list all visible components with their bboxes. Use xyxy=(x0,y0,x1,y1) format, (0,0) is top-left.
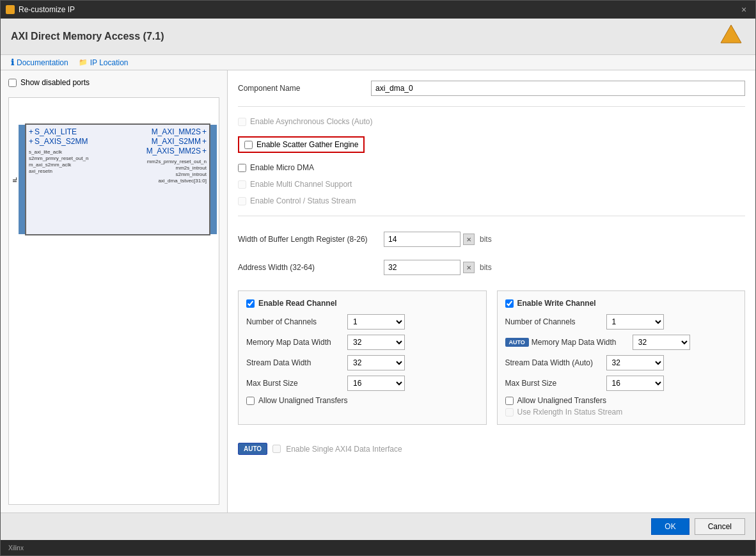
port-s2mm-introut: s2mm_introut xyxy=(146,171,207,177)
read-mem-data-width-select[interactable]: 32 64 128 256 512 1024 xyxy=(347,335,405,350)
multi-channel-checkbox[interactable] xyxy=(238,180,246,189)
read-max-burst-row: Max Burst Size 2 4 8 16 32 64 128 256 xyxy=(246,376,478,391)
port-m-axi-s2mm-aclk: m_axi_s2mm_aclk xyxy=(29,162,88,168)
address-width-label: Address Width (32-64) xyxy=(238,263,379,272)
enable-read-checkbox[interactable] xyxy=(246,299,255,308)
right-ports: M_AXI_MM2S+ M_AXI_S2MM+ M_AXIS_MM2S+ mm2… xyxy=(146,127,207,184)
info-icon: ℹ xyxy=(11,58,14,67)
port-s2mm-reset: s2mm_prmry_reset_out_n xyxy=(29,155,88,161)
port-s-axis-s2mm: +S_AXIS_S2MM xyxy=(29,137,88,146)
buffer-length-row: Width of Buffer Length Register (8-26) ✕… xyxy=(238,232,745,247)
write-mem-data-width-row: AUTO Memory Map Data Width 32 64 128 256… xyxy=(505,335,737,350)
auto-badge-large: AUTO xyxy=(238,443,267,455)
buffer-length-clear-btn[interactable]: ✕ xyxy=(463,234,475,245)
read-allow-unaligned-label[interactable]: Allow Unaligned Transfers xyxy=(258,396,347,405)
enable-write-label[interactable]: Enable Write Channel xyxy=(517,299,596,308)
vivado-footer: Xilinx xyxy=(1,540,755,555)
right-bus-bar xyxy=(210,125,217,234)
bottom-section: AUTO Enable Single AXI4 Data Interface xyxy=(238,443,745,455)
write-allow-unaligned-row: Allow Unaligned Transfers xyxy=(505,396,737,405)
divider-2 xyxy=(238,216,745,216)
write-mem-data-width-label: Memory Map Data Width xyxy=(532,338,627,347)
scatter-gather-label[interactable]: Enable Scatter Gather Engine xyxy=(256,140,358,149)
window-title: Re-customize IP xyxy=(19,5,75,14)
buffer-length-input[interactable] xyxy=(384,232,461,247)
diagram-area: +S_AXI_LITE +S_AXIS_S2MM s_axi_lite_aclk… xyxy=(8,97,219,505)
use-rxlength-row: Use Rxlength In Status Stream xyxy=(505,408,737,417)
micro-dma-checkbox[interactable] xyxy=(238,164,246,172)
ip-location-link[interactable]: 📁 IP Location xyxy=(79,58,129,67)
title-bar-left: Re-customize IP xyxy=(6,5,75,14)
component-name-row: Component Name xyxy=(238,81,745,96)
write-stream-data-width-row: Stream Data Width (Auto) 32 64 128 256 5… xyxy=(505,355,737,370)
folder-icon: 📁 xyxy=(79,58,88,67)
control-status-checkbox[interactable] xyxy=(238,197,246,205)
write-num-channels-select[interactable]: 1 2 4 8 16 xyxy=(606,314,664,330)
write-allow-unaligned-checkbox[interactable] xyxy=(505,397,514,405)
port-mm2s-reset: mm2s_prmry_reset_out_n xyxy=(146,159,207,164)
buffer-length-unit: bits xyxy=(480,235,492,244)
address-width-clear-btn[interactable]: ✕ xyxy=(463,262,475,273)
right-panel: Component Name Enable Asynchronous Clock… xyxy=(228,70,755,512)
show-disabled-row: Show disabled ports xyxy=(8,78,219,87)
write-stream-data-width-select[interactable]: 32 64 128 256 512 1024 xyxy=(606,355,664,370)
auto-badge-mem-width: AUTO xyxy=(505,338,529,347)
multi-channel-label: Enable Multi Channel Support xyxy=(250,180,352,189)
left-panel: Show disabled ports +S_AXI_LITE xyxy=(1,70,228,512)
ok-button[interactable]: OK xyxy=(651,518,689,535)
left-ports: +S_AXI_LITE +S_AXIS_S2MM s_axi_lite_aclk… xyxy=(29,127,88,174)
write-max-burst-select[interactable]: 2 4 8 16 32 64 128 256 xyxy=(606,376,664,391)
scatter-gather-box: Enable Scatter Gather Engine xyxy=(238,136,365,153)
show-disabled-label[interactable]: Show disabled ports xyxy=(20,78,90,87)
enable-single-axi4-checkbox[interactable] xyxy=(272,445,281,453)
read-stream-data-width-select[interactable]: 32 64 128 256 512 1024 xyxy=(347,355,405,370)
channels-section: Enable Read Channel Number of Channels 1… xyxy=(238,290,745,425)
documentation-link[interactable]: ℹ Documentation xyxy=(11,58,68,67)
write-allow-unaligned-label[interactable]: Allow Unaligned Transfers xyxy=(517,396,606,405)
async-clocks-label: Enable Asynchronous Clocks (Auto) xyxy=(250,117,372,126)
address-width-unit: bits xyxy=(480,263,492,272)
component-name-label: Component Name xyxy=(238,84,366,93)
port-mm2s-introut: mm2s_introut xyxy=(146,165,207,171)
footer: OK Cancel xyxy=(1,512,755,540)
write-channel-panel: Enable Write Channel Number of Channels … xyxy=(497,290,746,425)
buffer-length-input-group: ✕ xyxy=(384,232,475,247)
write-num-channels-label: Number of Channels xyxy=(505,317,601,326)
write-mem-data-width-label-group: AUTO Memory Map Data Width xyxy=(505,338,627,347)
ip-location-label: IP Location xyxy=(90,58,129,67)
vivado-footer-text: Xilinx xyxy=(8,544,24,552)
scatter-gather-checkbox[interactable] xyxy=(244,141,253,149)
xilinx-logo xyxy=(717,24,745,49)
enable-read-label[interactable]: Enable Read Channel xyxy=(258,299,337,308)
address-width-row: Address Width (32-64) ✕ bits xyxy=(238,260,745,275)
port-axi-resetn: axi_resetn xyxy=(29,168,88,174)
cancel-button[interactable]: Cancel xyxy=(695,518,745,535)
control-status-label: Enable Control / Status Stream xyxy=(250,196,356,205)
address-width-input[interactable] xyxy=(384,260,461,275)
async-clocks-checkbox[interactable] xyxy=(238,118,246,126)
micro-dma-label[interactable]: Enable Micro DMA xyxy=(250,163,314,172)
use-rxlength-checkbox[interactable] xyxy=(505,408,514,417)
write-mem-data-width-select[interactable]: 32 64 128 256 512 1024 xyxy=(633,335,690,350)
read-channel-header: Enable Read Channel xyxy=(246,299,478,308)
documentation-label: Documentation xyxy=(17,58,68,67)
main-window: Re-customize IP × AXI Direct Memory Acce… xyxy=(0,0,756,556)
enable-write-checkbox[interactable] xyxy=(505,299,514,308)
port-m-axi-s2mm: M_AXI_S2MM+ xyxy=(146,137,207,146)
close-button[interactable]: × xyxy=(737,3,750,16)
address-width-input-group: ✕ xyxy=(384,260,475,275)
read-mem-data-width-row: Memory Map Data Width 32 64 128 256 512 … xyxy=(246,335,478,350)
read-channel-panel: Enable Read Channel Number of Channels 1… xyxy=(238,290,487,425)
read-num-channels-row: Number of Channels 1 2 4 8 16 xyxy=(246,314,478,330)
port-tstvec: axi_dma_tstvec[31:0] xyxy=(146,178,207,184)
read-max-burst-select[interactable]: 2 4 8 16 32 64 128 256 xyxy=(347,376,405,391)
show-disabled-checkbox[interactable] xyxy=(8,79,17,87)
read-num-channels-select[interactable]: 1 2 4 8 16 xyxy=(347,314,405,330)
enable-single-axi4-label: Enable Single AXI4 Data Interface xyxy=(286,445,402,454)
component-name-input[interactable] xyxy=(371,81,745,96)
il-label: IL xyxy=(12,177,18,182)
read-allow-unaligned-checkbox[interactable] xyxy=(246,397,255,405)
use-rxlength-label: Use Rxlength In Status Stream xyxy=(517,408,623,417)
scatter-gather-container: Enable Scatter Gather Engine xyxy=(238,136,745,153)
write-max-burst-row: Max Burst Size 2 4 8 16 32 64 128 256 xyxy=(505,376,737,391)
